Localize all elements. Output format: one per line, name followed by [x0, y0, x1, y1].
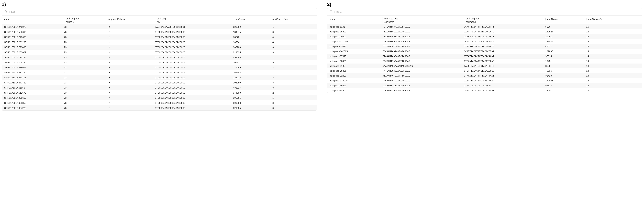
cell-rev: GACTCAACAAGCTGCACCTCCT	[153, 24, 231, 29]
cell-size: 14	[584, 54, 642, 59]
cell-name: SRR3175017.687228	[2, 105, 62, 110]
table-row[interactable]: SRR3175017.25362773✔GTCCCCACACCCCCACACCC…	[2, 50, 317, 55]
col-umi-seq-rev[interactable]: umi_seq_rev corrected	[462, 15, 543, 24]
cell-size: 3	[270, 85, 317, 90]
cell-name: collapsed-45672	[327, 44, 380, 49]
cell-name: SRR3175017.663350	[2, 100, 62, 105]
cell-count: 73	[62, 65, 106, 70]
cell-fwd: TTAAANAAATANATAAGCAG	[380, 34, 462, 39]
cell-cluster: 78272	[231, 34, 270, 39]
cell-size: 1	[270, 24, 317, 29]
cell-size: 3	[270, 75, 317, 80]
cell-rev: GTCAATACAAATTAACATCCAG	[462, 59, 543, 63]
table-row[interactable]: collapsed-13451TCCTANTTACANTTTGGCAGGTCAA…	[327, 59, 642, 63]
table-row[interactable]: SRR3175017.71074873✔GTCCCCACACCCCCACACCC…	[2, 55, 317, 60]
cell-size: 3	[270, 80, 317, 85]
panel-1-label: 1)	[2, 2, 317, 7]
col-required-pattern[interactable]: requiredPattern	[106, 15, 153, 24]
table-row[interactable]: SRR3175017.99666373✔GTCCCCACACCCCCACACCC…	[2, 95, 317, 100]
table-row[interactable]: SRR3175017.10618073✔GTCCCCACACCCCCACACCC…	[2, 60, 317, 65]
cell-count: 73	[62, 45, 106, 50]
cell-cluster: 374890	[231, 90, 270, 95]
cell-count: 73	[62, 95, 106, 100]
col-name[interactable]: name	[2, 15, 62, 24]
table-row[interactable]: SRR3175017.66335073✔GTCCCCACACCCCCACACCC…	[2, 100, 317, 105]
cell-pattern: ✔	[106, 45, 153, 50]
col-umi-cluster-size[interactable]: umiClusterSize	[270, 15, 317, 24]
table-row[interactable]: SRR3175017.67040573✔GTCCCCACACCCCCACACCC…	[2, 75, 317, 80]
filter-input-2[interactable]	[334, 10, 640, 13]
table-row[interactable]: collapsed-121539CACTANTAAAANAACAGCAGGCAT…	[327, 39, 642, 44]
table-row[interactable]: collapsed-56823CCAAANTTCTANAAAAGCAGGTACT…	[327, 83, 642, 88]
table-row[interactable]: collapsed-75836TATCANCCACANAACAGCAGGTCTT…	[327, 68, 642, 73]
table-row[interactable]: collapsed-38507TCCAANATAAANTCAAGCAGGATTT…	[327, 88, 642, 93]
cell-rev: GTCCCCACACCCCCACACCCCG	[153, 45, 231, 50]
col-umi-cluster[interactable]: umiCluster	[543, 15, 584, 24]
cell-count: 73	[62, 90, 106, 95]
cell-cluster: 105041	[231, 39, 270, 45]
col-umi-seq-fwd[interactable]: umi_seq_fwd corrected	[380, 15, 462, 24]
table-row[interactable]: SRR3175017.24368373✔GTCCCCACACCCCCACACCC…	[2, 34, 317, 39]
cell-cluster: 8180	[543, 63, 584, 68]
table-row[interactable]: SRR3175017.6685873✔GTCCCCACACCCCCACACCCC…	[2, 85, 317, 90]
table-row[interactable]: collapsed-20291TTAAANAAATANATAAGCAGGATAA…	[327, 34, 642, 39]
cell-name: collapsed-38507	[327, 88, 380, 93]
cell-cluster: 179936	[543, 78, 584, 83]
cell-size: 3	[270, 100, 317, 105]
table-row[interactable]: SRR3175017.67743373✔GTCCCCACACCCCCACACCC…	[2, 80, 317, 85]
table-2: name umi_seq_fwd corrected umi_seq_rev c…	[327, 15, 642, 93]
col-umi-cluster[interactable]: umiCluster	[231, 15, 270, 24]
table-1: name umi_seq_rev count ↓ requiredPattern	[2, 15, 317, 110]
table-row[interactable]: collapsed-45672TATTANCCCCANTTTGGCAGGTTTA…	[327, 44, 642, 49]
cell-count: 73	[62, 60, 106, 65]
table-row[interactable]: SRR3175017.52060673✔GTCCCCACACCCCCACACCC…	[2, 29, 317, 34]
table-row[interactable]: SRR3175017.68722873✔GTCCCCACACCCCCACACCC…	[2, 105, 317, 110]
cell-pattern: ✔	[106, 34, 153, 39]
col-umi-cluster-label: umiCluster	[547, 18, 558, 20]
cell-cluster: 153824	[543, 29, 584, 34]
cell-pattern: ✔	[106, 39, 153, 45]
cell-cluster: 45672	[543, 44, 584, 49]
cell-cluster: 162865	[543, 49, 584, 54]
cell-name: SRR3175017.281205	[2, 39, 62, 45]
cell-pattern: ✔	[106, 80, 153, 85]
table-row[interactable]: SRR3175017.28120573✔GTCCCCACACCCCCACACCC…	[2, 39, 317, 45]
cell-rev: GTACATACATTTTTACATTAAT	[462, 73, 543, 78]
panel-2: 2) name umi_seq_fwd corrected	[327, 2, 642, 93]
cell-cluster: 265682	[231, 70, 270, 75]
cell-fwd: ATAAANACTCANTTTGGCAG	[380, 73, 462, 78]
cell-size: 13	[584, 73, 642, 78]
table-row[interactable]: collapsed-162865TCCAANTAATANTAAAGCAGGCAT…	[327, 49, 642, 54]
cell-fwd: TATTANCCCCANTTTGGCAG	[380, 44, 462, 49]
col-umi-cluster-size[interactable]: umiClusterSize ↓	[584, 15, 642, 24]
table-row[interactable]: SRR3175017.47865773✔GTCCCCACACCCCCACACCC…	[2, 65, 317, 70]
col-name[interactable]: name	[327, 15, 380, 24]
cell-rev: GTCCCCACACCCCCACACCCCG	[153, 85, 231, 90]
table-row[interactable]: collapsed-8180AAATANACAAANANACACGCAGGACC…	[327, 63, 642, 68]
cell-size: 3	[270, 29, 317, 34]
cell-count: 73	[62, 70, 106, 75]
cell-cluster: 229035	[231, 50, 270, 55]
table-row[interactable]: SRR3175017.79349373✔GTCCCCACACCCCCACACCC…	[2, 45, 317, 50]
col-umi-seq-label: umi_seq	[157, 17, 229, 20]
table-row[interactable]: SRR3175017.31775973✔GTCCCCACACCCCCACACCC…	[2, 70, 317, 75]
cell-size: 3	[270, 45, 317, 50]
cell-count: 73	[62, 80, 106, 85]
table-row[interactable]: SRR3175017.51167373✔GTCCCCACACCCCCACACCC…	[2, 90, 317, 95]
cell-size: 16	[584, 34, 642, 39]
cell-rev: GCATTTACATATTAACACCTAT	[462, 49, 543, 54]
table-row[interactable]: collapsed-32423ATAAANACTCANTTTGGCAGGTACA…	[327, 73, 642, 78]
col-umi-seq-rev-count[interactable]: umi_seq_rev count ↓	[62, 15, 106, 24]
table-row[interactable]: collapsed-153824TTACANTACCANCAAGGCAGGAAT…	[327, 29, 642, 34]
filter-input-1[interactable]	[9, 10, 314, 13]
filter-bar-1	[2, 8, 317, 15]
cell-size: 16	[584, 29, 642, 34]
table-row[interactable]: collapsed-5106TCTCANTAAAANTATTGCAGGCACTT…	[327, 24, 642, 29]
table-row[interactable]: SRR3175017.24907593✘GACTCAACAAGCTGCACCTC…	[2, 24, 317, 29]
cell-fwd: TCCAANATAAANTCAAGCAG	[380, 88, 462, 93]
cell-name: collapsed-162865	[327, 49, 380, 54]
table-row[interactable]: collapsed-179936TACAANACTCANAAAAGCAGGATT…	[327, 78, 642, 83]
cell-pattern: ✔	[106, 75, 153, 80]
col-umi-seq-rev[interactable]: umi_seq rev	[153, 15, 231, 24]
table-row[interactable]: collapsed-97015TTAAANTAACANTCTAGCAGGTCAT…	[327, 54, 642, 59]
